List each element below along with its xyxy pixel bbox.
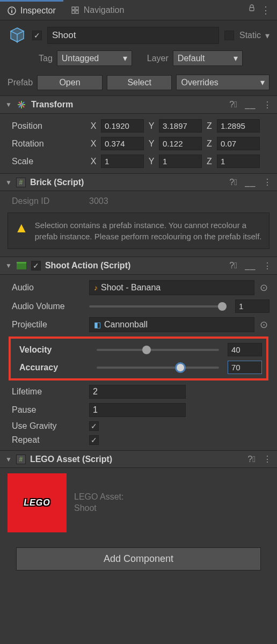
foldout-icon[interactable]: ▼ bbox=[5, 179, 12, 186]
position-z-input[interactable] bbox=[217, 119, 260, 133]
lifetime-label: Lifetime bbox=[8, 387, 86, 397]
scale-x-input[interactable] bbox=[101, 155, 144, 168]
shoot-enabled-checkbox[interactable] bbox=[31, 261, 41, 270]
help-icon[interactable]: ?⃝ bbox=[229, 100, 237, 109]
gameobject-cube-icon bbox=[8, 26, 27, 45]
design-id-label: Design ID bbox=[8, 196, 86, 206]
tab-inspector[interactable]: Inspector bbox=[0, 0, 63, 20]
object-picker-icon[interactable]: ⊙ bbox=[258, 319, 269, 331]
info-icon bbox=[8, 6, 16, 15]
script-icon: # bbox=[16, 455, 26, 464]
warning-text: Selection contains a prefab instance. Yo… bbox=[35, 219, 263, 242]
add-component-button[interactable]: Add Component bbox=[16, 547, 261, 570]
velocity-input[interactable] bbox=[228, 343, 262, 356]
transform-title: Transform bbox=[31, 100, 225, 109]
audio-clip-icon: ♪ bbox=[94, 283, 98, 292]
audio-volume-input[interactable] bbox=[235, 299, 269, 313]
static-label: Static bbox=[239, 31, 261, 40]
tab-navigation[interactable]: Navigation bbox=[63, 1, 132, 19]
preset-icon[interactable]: ⎯⎯ bbox=[245, 178, 256, 187]
context-menu-icon[interactable]: ⋮ bbox=[263, 100, 272, 110]
layer-dropdown[interactable]: Default ▾ bbox=[173, 50, 243, 66]
context-menu-icon[interactable]: ⋮ bbox=[263, 261, 272, 271]
svg-rect-2 bbox=[11, 10, 12, 13]
lego-asset-name: Shoot bbox=[74, 503, 123, 514]
repeat-checkbox[interactable] bbox=[89, 435, 99, 445]
audio-value: Shoot - Banana bbox=[101, 283, 161, 292]
position-x-input[interactable] bbox=[101, 119, 144, 133]
gameobject-header: Static ▾ Tag Untagged ▾ Layer Default ▾ bbox=[0, 20, 277, 69]
lego-title: LEGO Asset (Script) bbox=[30, 455, 243, 464]
use-gravity-checkbox[interactable] bbox=[89, 421, 99, 431]
repeat-label: Repeat bbox=[8, 435, 86, 445]
lock-icon[interactable] bbox=[248, 4, 256, 16]
script-icon: # bbox=[16, 178, 26, 187]
context-menu-icon[interactable]: ⋮ bbox=[263, 177, 272, 187]
audio-label: Audio bbox=[8, 283, 86, 292]
accuracy-slider[interactable] bbox=[97, 367, 219, 369]
overrides-label: Overrides bbox=[181, 78, 218, 87]
brick-title: Brick (Script) bbox=[30, 178, 225, 187]
scale-y-input[interactable] bbox=[159, 155, 202, 168]
shoot-action-component: ▼ Shoot Action (Script) ?⃝ ⎯⎯ ⋮ Audio ♪ … bbox=[0, 257, 277, 450]
transform-icon bbox=[16, 99, 27, 110]
foldout-icon[interactable]: ▼ bbox=[5, 262, 12, 269]
scale-z-input[interactable] bbox=[217, 155, 260, 168]
preset-icon[interactable]: ⎯⎯ bbox=[245, 261, 256, 270]
chevron-down-icon: ▾ bbox=[234, 53, 238, 63]
pause-label: Pause bbox=[8, 405, 86, 415]
prefab-label: Prefab bbox=[8, 78, 33, 87]
prefab-overrides-dropdown[interactable]: Overrides ▾ bbox=[176, 75, 269, 90]
rotation-z-input[interactable] bbox=[217, 137, 260, 150]
lego-asset-text: LEGO Asset: Shoot bbox=[74, 492, 123, 514]
context-menu-icon[interactable]: ⋮ bbox=[263, 454, 272, 464]
accuracy-input[interactable] bbox=[228, 361, 262, 374]
svg-rect-3 bbox=[250, 8, 254, 11]
help-icon[interactable]: ?⃝ bbox=[229, 261, 237, 270]
preset-icon[interactable]: ⎯⎯ bbox=[245, 100, 256, 109]
foldout-icon[interactable]: ▼ bbox=[5, 101, 12, 108]
shoot-title: Shoot Action (Script) bbox=[45, 261, 225, 270]
audio-field[interactable]: ♪ Shoot - Banana bbox=[89, 280, 254, 295]
gameobject-name-input[interactable] bbox=[47, 27, 219, 44]
projectile-value: Cannonball bbox=[104, 320, 148, 330]
accuracy-label: Accuracy bbox=[15, 363, 93, 372]
foldout-icon[interactable]: ▼ bbox=[5, 456, 12, 463]
position-y-input[interactable] bbox=[159, 119, 202, 133]
lifetime-input[interactable] bbox=[89, 385, 186, 399]
prefab-select-button[interactable]: Select bbox=[107, 75, 172, 90]
prefab-cube-icon: ◧ bbox=[94, 320, 101, 329]
static-dropdown-icon[interactable]: ▾ bbox=[265, 31, 269, 41]
audio-volume-label: Audio Volume bbox=[8, 302, 86, 311]
projectile-field[interactable]: ◧ Cannonball bbox=[89, 317, 254, 332]
rotation-x-input[interactable] bbox=[101, 137, 144, 150]
help-icon[interactable]: ?⃝ bbox=[229, 178, 237, 187]
pause-input[interactable] bbox=[89, 403, 186, 417]
tag-dropdown[interactable]: Untagged ▾ bbox=[57, 50, 132, 66]
help-icon[interactable]: ?⃝ bbox=[247, 455, 256, 464]
navigation-icon bbox=[71, 6, 79, 14]
velocity-slider[interactable] bbox=[97, 349, 219, 351]
rotation-label: Rotation bbox=[8, 139, 86, 149]
warning-box: ▲ Selection contains a prefab instance. … bbox=[8, 213, 269, 249]
rotation-y-input[interactable] bbox=[159, 137, 202, 150]
tab-inspector-label: Inspector bbox=[20, 6, 56, 16]
layer-label: Layer bbox=[147, 54, 169, 63]
design-id-value: 3003 bbox=[89, 196, 108, 206]
context-menu-icon[interactable]: ⋮ bbox=[261, 4, 271, 16]
svg-point-1 bbox=[11, 9, 12, 10]
prefab-open-button[interactable]: Open bbox=[37, 75, 103, 90]
static-checkbox[interactable] bbox=[224, 31, 234, 40]
warning-icon: ▲ bbox=[14, 219, 28, 236]
audio-volume-slider[interactable] bbox=[89, 305, 227, 308]
brick-green-icon bbox=[16, 260, 27, 271]
chevron-down-icon: ▾ bbox=[260, 77, 265, 87]
brick-component: ▼ # Brick (Script) ?⃝ ⎯⎯ ⋮ Design ID 300… bbox=[0, 173, 277, 257]
transform-component: ▼ Transform ?⃝ ⎯⎯ ⋮ Position X Y Z Rotat… bbox=[0, 96, 277, 173]
tag-label: Tag bbox=[39, 54, 53, 63]
prefab-row: Prefab Open Select Overrides ▾ bbox=[0, 69, 277, 96]
layer-value: Default bbox=[178, 54, 205, 63]
tag-value: Untagged bbox=[62, 54, 99, 63]
gameobject-active-checkbox[interactable] bbox=[32, 31, 42, 40]
object-picker-icon[interactable]: ⊙ bbox=[258, 282, 269, 294]
